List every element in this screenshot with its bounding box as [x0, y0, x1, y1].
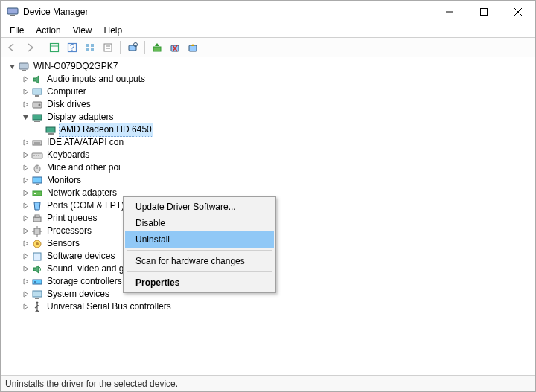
tree-item-display-device[interactable]: AMD Radeon HD 6450	[5, 123, 535, 136]
expand-icon[interactable]	[20, 176, 31, 186]
tree-item-label: Universal Serial Bus controllers	[45, 301, 173, 313]
show-hide-console-button[interactable]	[46, 39, 63, 56]
toolbar-separator	[144, 41, 145, 54]
expand-icon[interactable]	[20, 264, 31, 274]
properties-button[interactable]	[100, 39, 116, 56]
toolbar-button-view[interactable]	[82, 39, 98, 56]
tree-item-usb[interactable]: Universal Serial Bus controllers	[5, 301, 535, 313]
tree-item-disk[interactable]: Disk drives	[5, 98, 535, 111]
expand-icon[interactable]	[20, 302, 31, 312]
expand-icon[interactable]	[20, 213, 31, 224]
tree-item-label: Mice and other poi	[45, 161, 122, 174]
processor-icon	[31, 225, 43, 237]
svg-rect-23	[189, 45, 197, 51]
disable-button[interactable]	[185, 39, 201, 56]
svg-rect-44	[33, 191, 42, 196]
expand-icon[interactable]	[20, 74, 31, 85]
collapse-icon[interactable]	[20, 112, 31, 123]
app-icon	[7, 6, 19, 18]
context-menu: Update Driver Software... Disable Uninst…	[123, 196, 276, 293]
collapse-icon[interactable]	[7, 62, 17, 72]
minimize-button[interactable]	[433, 1, 467, 23]
svg-rect-45	[34, 193, 36, 194]
expand-icon[interactable]	[20, 138, 31, 148]
tree-item-label: Software devices	[45, 250, 116, 263]
context-menu-uninstall[interactable]: Uninstall	[125, 231, 274, 248]
expand-icon[interactable]	[20, 289, 31, 300]
menu-action[interactable]: Action	[30, 24, 66, 37]
computer-icon	[18, 61, 30, 73]
toolbar: ?	[1, 38, 535, 57]
update-driver-button[interactable]	[149, 39, 165, 56]
sensor-icon	[31, 238, 43, 250]
svg-rect-1	[10, 15, 15, 16]
svg-rect-46	[34, 217, 41, 222]
svg-rect-12	[86, 48, 89, 51]
svg-point-60	[36, 301, 39, 303]
expand-icon[interactable]	[20, 226, 31, 237]
expand-icon[interactable]	[20, 251, 31, 262]
tree-item-monitors[interactable]: Monitors	[5, 174, 535, 187]
svg-rect-32	[46, 127, 55, 132]
svg-rect-6	[51, 43, 59, 51]
tree-item-keyboards[interactable]: Keyboards	[5, 149, 535, 161]
maximize-button[interactable]	[467, 1, 501, 23]
window-title: Device Manager	[23, 7, 433, 17]
audio-icon	[31, 74, 43, 86]
svg-rect-3	[481, 9, 488, 16]
tree-item-label: Print queues	[45, 212, 98, 225]
svg-rect-42	[33, 177, 42, 183]
menu-view[interactable]: View	[67, 24, 98, 37]
tree-item-mice[interactable]: Mice and other poi	[5, 161, 535, 174]
tree-item-audio[interactable]: Audio inputs and outputs	[5, 73, 535, 86]
svg-point-54	[36, 242, 39, 245]
context-menu-scan[interactable]: Scan for hardware changes	[125, 253, 274, 269]
tree-item-computer[interactable]: Computer	[5, 86, 535, 98]
svg-rect-39	[38, 155, 39, 156]
svg-rect-25	[22, 70, 26, 71]
uninstall-button[interactable]	[167, 39, 183, 56]
usb-icon	[31, 301, 43, 313]
svg-rect-14	[104, 44, 112, 51]
device-tree[interactable]: WIN-O079DQ2GPK7 Audio inputs and outputs…	[1, 57, 535, 375]
context-menu-update[interactable]: Update Driver Software...	[125, 199, 274, 215]
expand-icon[interactable]	[20, 188, 31, 199]
tree-item-ide[interactable]: IDE ATA/ATAPI con	[5, 136, 535, 149]
statusbar-text: Uninstalls the driver for the selected d…	[5, 379, 178, 389]
disk-icon	[31, 99, 43, 111]
expand-icon[interactable]	[20, 239, 31, 249]
statusbar: Uninstalls the driver for the selected d…	[1, 375, 535, 391]
help-topics-button[interactable]: ?	[64, 39, 80, 56]
tree-root[interactable]: WIN-O079DQ2GPK7	[5, 60, 535, 73]
expand-icon[interactable]	[20, 100, 31, 110]
context-menu-properties[interactable]: Properties	[125, 274, 274, 291]
tree-item-display[interactable]: Display adapters	[5, 111, 535, 123]
sound-icon	[31, 263, 43, 275]
expand-icon[interactable]	[20, 201, 31, 211]
close-button[interactable]	[501, 1, 535, 23]
tree-item-label: Ports (COM & LPT)	[45, 199, 126, 212]
menu-help[interactable]: Help	[98, 24, 129, 37]
tree-item-label: System devices	[45, 288, 111, 301]
svg-rect-0	[7, 8, 18, 14]
keyboard-icon	[31, 150, 43, 161]
svg-rect-43	[36, 184, 39, 185]
expand-icon[interactable]	[20, 150, 31, 161]
svg-rect-55	[34, 253, 41, 260]
svg-rect-31	[34, 121, 40, 122]
expand-icon[interactable]	[20, 163, 31, 173]
back-button[interactable]	[4, 39, 20, 56]
tree-item-label: Disk drives	[45, 98, 92, 111]
forward-button[interactable]	[22, 39, 38, 56]
printer-icon	[31, 213, 43, 225]
expand-icon[interactable]	[20, 277, 31, 287]
context-menu-disable[interactable]: Disable	[125, 215, 274, 231]
system-icon	[31, 289, 43, 301]
menu-file[interactable]: File	[4, 24, 30, 37]
tree-item-label: Network adapters	[45, 187, 118, 199]
context-menu-separator	[127, 250, 272, 251]
storage-icon	[31, 276, 43, 288]
scan-hardware-button[interactable]	[124, 39, 141, 56]
svg-rect-26	[33, 89, 42, 94]
expand-icon[interactable]	[20, 87, 31, 97]
